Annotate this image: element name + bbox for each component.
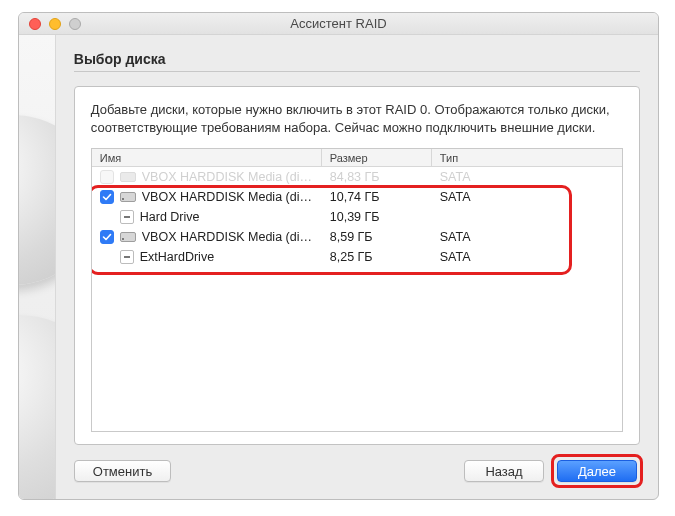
page-description: Добавьте диски, которые нужно включить в… <box>91 101 623 136</box>
disk-size: 8,25 ГБ <box>322 250 432 264</box>
table-row[interactable]: VBOX HARDDISK Media (di… 8,59 ГБ SATA <box>92 227 622 247</box>
table-row[interactable]: ExtHardDrive 8,25 ГБ SATA <box>92 247 622 267</box>
column-size[interactable]: Размер <box>322 149 432 166</box>
hdd-icon <box>120 191 136 203</box>
table-body: VBOX HARDDISK Media (di… 84,83 ГБ SATA <box>92 167 622 431</box>
hdd-icon <box>120 171 136 183</box>
titlebar: Ассистент RAID <box>19 13 658 35</box>
disk-name: VBOX HARDDISK Media (di… <box>142 170 312 184</box>
volume-name: Hard Drive <box>140 210 200 224</box>
disk-type: SATA <box>432 170 622 184</box>
back-button[interactable]: Назад <box>464 460 544 482</box>
button-bar: Отменить Назад Далее <box>74 445 640 485</box>
content-panel: Добавьте диски, которые нужно включить в… <box>74 86 640 445</box>
svg-rect-2 <box>122 198 124 200</box>
next-button[interactable]: Далее <box>557 460 637 482</box>
svg-rect-0 <box>120 173 135 182</box>
raid-assistant-window: Ассистент RAID Выбор диска Добавьте диск… <box>18 12 659 500</box>
page-heading: Выбор диска <box>74 51 640 67</box>
volume-name: ExtHardDrive <box>140 250 214 264</box>
cancel-button[interactable]: Отменить <box>74 460 171 482</box>
table-row: VBOX HARDDISK Media (di… 84,83 ГБ SATA <box>92 167 622 187</box>
table-row[interactable]: Hard Drive 10,39 ГБ <box>92 207 622 227</box>
sidebar-artwork <box>19 35 56 499</box>
close-icon[interactable] <box>29 18 41 30</box>
checkbox <box>100 170 114 184</box>
svg-rect-1 <box>120 193 135 202</box>
checkmark-icon <box>102 192 112 202</box>
disk-table: Имя Размер Тип VBOX HARDDISK Media (di… <box>91 148 623 432</box>
svg-rect-3 <box>120 233 135 242</box>
disk-size: 84,83 ГБ <box>322 170 432 184</box>
disk-name: VBOX HARDDISK Media (di… <box>142 190 312 204</box>
disk-type: SATA <box>432 250 622 264</box>
divider <box>74 71 640 72</box>
checkmark-icon <box>102 232 112 242</box>
disk-type: SATA <box>432 190 622 204</box>
svg-rect-4 <box>122 238 124 240</box>
zoom-icon <box>69 18 81 30</box>
disk-size: 10,74 ГБ <box>322 190 432 204</box>
column-type[interactable]: Тип <box>432 149 622 166</box>
window-title: Ассистент RAID <box>290 16 386 31</box>
disk-size: 8,59 ГБ <box>322 230 432 244</box>
column-name[interactable]: Имя <box>92 149 322 166</box>
disclosure-collapse-icon[interactable] <box>120 210 134 224</box>
hdd-icon <box>120 231 136 243</box>
minimize-icon[interactable] <box>49 18 61 30</box>
checkbox[interactable] <box>100 190 114 204</box>
disk-type: SATA <box>432 230 622 244</box>
checkbox[interactable] <box>100 230 114 244</box>
disk-size: 10,39 ГБ <box>322 210 432 224</box>
table-row[interactable]: VBOX HARDDISK Media (di… 10,74 ГБ SATA <box>92 187 622 207</box>
disk-name: VBOX HARDDISK Media (di… <box>142 230 312 244</box>
window-controls <box>29 18 81 30</box>
table-header: Имя Размер Тип <box>92 149 622 167</box>
disclosure-collapse-icon[interactable] <box>120 250 134 264</box>
